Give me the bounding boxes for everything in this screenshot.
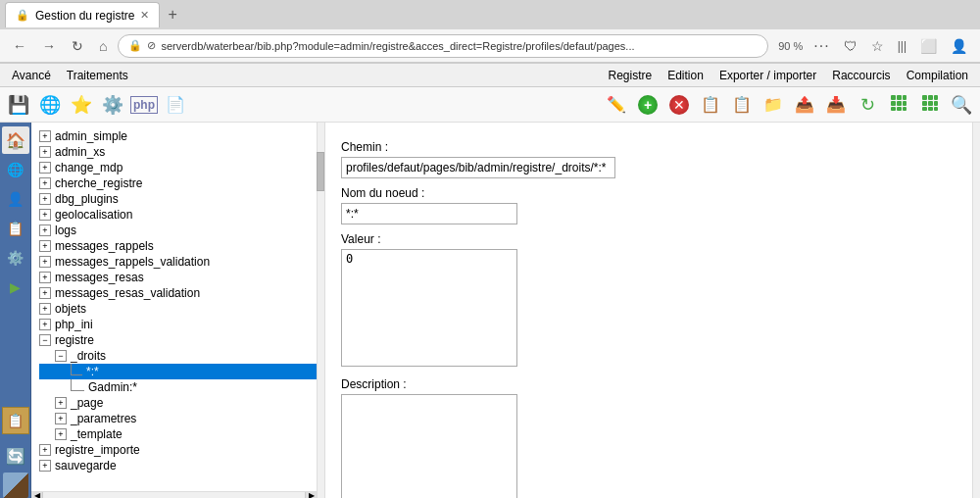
tree-scroll-thumb[interactable]	[317, 152, 324, 191]
tree-item[interactable]: −registre	[39, 332, 324, 348]
toolbar-folder-button[interactable]: 📁	[759, 91, 788, 119]
tree-item[interactable]: +php_ini	[39, 317, 324, 332]
new-tab-button[interactable]: +	[162, 4, 182, 25]
tree-item[interactable]: +messages_resas_validation	[39, 285, 324, 301]
menu-registre[interactable]: Registre	[601, 67, 661, 84]
back-button[interactable]: ←	[8, 36, 31, 56]
hscroll-left-button[interactable]: ◀	[31, 492, 43, 499]
forward-button[interactable]: →	[37, 36, 61, 56]
description-textarea[interactable]	[341, 394, 517, 498]
tree-item[interactable]: +objets	[39, 301, 324, 317]
tree-item[interactable]: +_page	[39, 395, 324, 411]
toolbar-pencil-button[interactable]: ✏️	[602, 91, 631, 119]
sidebar-icon-globe[interactable]: 🌐	[2, 156, 29, 183]
tab-close-button[interactable]: ✕	[140, 9, 149, 22]
tree-expand-icon[interactable]: +	[55, 397, 67, 409]
tree-item[interactable]: +dbg_plugins	[39, 191, 324, 207]
tree-expand-icon[interactable]: +	[39, 303, 51, 315]
tree-hscroll[interactable]: ◀ ▶	[31, 491, 317, 498]
tree-item[interactable]: +messages_rappels	[39, 238, 324, 254]
tree-collapse-icon[interactable]: −	[55, 350, 67, 362]
tree-expand-icon[interactable]: +	[39, 224, 51, 236]
menu-avance[interactable]: Avancé	[4, 67, 59, 84]
tree-expand-icon[interactable]: +	[39, 272, 51, 283]
toolbar-export2-button[interactable]: 📥	[821, 91, 851, 119]
toolbar-add-button[interactable]: +	[633, 91, 662, 119]
toolbar-refresh-button[interactable]: ↻	[853, 91, 882, 119]
tree-item[interactable]: +_template	[39, 426, 324, 442]
menu-compilation[interactable]: Compilation	[899, 67, 976, 84]
toolbar-save-button[interactable]: 💾	[4, 91, 33, 119]
shield-button[interactable]: 🛡	[839, 36, 862, 56]
tree-item[interactable]: +admin_simple	[39, 128, 324, 144]
more-button[interactable]: ···	[808, 35, 834, 57]
tree-item[interactable]: +cherche_registre	[39, 175, 324, 191]
address-bar[interactable]: 🔒 ⊘ serverdb/waterbear/bib.php?module=ad…	[118, 34, 768, 58]
tree-collapse-icon[interactable]: −	[39, 334, 51, 346]
tree-item[interactable]: −_droits	[39, 348, 324, 364]
sidebar-icon-home[interactable]: 🏠	[2, 126, 29, 154]
tree-expand-icon[interactable]: +	[39, 460, 51, 472]
tree-expand-icon[interactable]: +	[39, 240, 51, 252]
tree-item[interactable]: +messages_resas	[39, 270, 324, 285]
browser-tab[interactable]: 🔒 Gestion du registre ✕	[5, 2, 160, 27]
tree-expand-icon[interactable]: +	[39, 146, 51, 158]
toolbar-copy2-button[interactable]: 📋	[727, 91, 757, 119]
tree-scrollbar[interactable]	[317, 123, 324, 498]
tree-item[interactable]: +geolocalisation	[39, 207, 324, 223]
tree-item[interactable]: +messages_rappels_validation	[39, 254, 324, 270]
toolbar-star-button[interactable]: ⭐	[67, 91, 96, 119]
tree-item[interactable]: +change_mdp	[39, 160, 324, 175]
toolbar-search-button[interactable]: 🔍	[947, 91, 976, 119]
tree-item[interactable]: +logs	[39, 223, 324, 238]
toolbar-delete-button[interactable]: ✕	[664, 91, 694, 119]
menu-traitements[interactable]: Traitements	[59, 67, 136, 84]
toolbar-grid1-button[interactable]	[884, 91, 913, 119]
tree-expand-icon[interactable]: +	[39, 130, 51, 142]
nom-noeud-input[interactable]	[341, 203, 517, 224]
sidebar-icon-doc[interactable]: 📋	[2, 215, 29, 242]
toolbar-php-button[interactable]: php	[129, 91, 159, 119]
tree-item[interactable]: +sauvegarde	[39, 458, 324, 473]
sidebar-icon-bottom[interactable]	[2, 472, 29, 498]
reader-view-button[interactable]: |||	[893, 37, 911, 55]
home-button[interactable]: ⌂	[94, 36, 112, 56]
toolbar-grid2-button[interactable]	[915, 91, 945, 119]
chemin-input[interactable]	[341, 157, 615, 178]
toolbar-globe-button[interactable]: 🌐	[35, 91, 65, 119]
toolbar-copy1-button[interactable]: 📋	[696, 91, 725, 119]
tree-expand-icon[interactable]: +	[55, 413, 67, 424]
toolbar-export1-button[interactable]: 📤	[790, 91, 819, 119]
tree-expand-icon[interactable]: +	[39, 319, 51, 330]
tree-expand-icon[interactable]: +	[55, 428, 67, 440]
sidebar-icon-registry[interactable]: 📋	[2, 407, 29, 434]
toolbar-copy-button[interactable]: 📄	[161, 91, 190, 119]
menu-raccourcis[interactable]: Raccourcis	[824, 67, 898, 84]
tree-expand-icon[interactable]: +	[39, 209, 51, 221]
hscroll-right-button[interactable]: ▶	[305, 492, 317, 499]
valeur-textarea[interactable]	[341, 249, 517, 367]
reload-button[interactable]: ↻	[67, 36, 88, 56]
right-panel-scrollbar[interactable]	[972, 123, 980, 498]
tree-item[interactable]: Gadmin:*	[39, 379, 324, 395]
sidebar-icon-plugin[interactable]: ▶	[2, 274, 29, 301]
tree-expand-icon[interactable]: +	[39, 287, 51, 299]
sidebar-icon-user[interactable]: 👤	[2, 185, 29, 213]
tree-expand-icon[interactable]: +	[39, 256, 51, 268]
sidebar-icon-gear[interactable]: ⚙️	[2, 244, 29, 272]
tree-panel[interactable]: +admin_simple+admin_xs+change_mdp+cherch…	[31, 123, 325, 498]
split-button[interactable]: ⬜	[915, 36, 942, 56]
tree-item[interactable]: *:*	[39, 364, 324, 379]
tree-item[interactable]: +registre_importe	[39, 442, 324, 458]
toolbar-gear-button[interactable]: ⚙️	[98, 91, 127, 119]
hscroll-track[interactable]	[43, 492, 305, 498]
bookmark-button[interactable]: ☆	[866, 36, 889, 56]
profile-button[interactable]: 👤	[946, 36, 972, 56]
tree-item[interactable]: +admin_xs	[39, 144, 324, 160]
tree-expand-icon[interactable]: +	[39, 177, 51, 189]
tree-expand-icon[interactable]: +	[39, 162, 51, 174]
menu-exporter[interactable]: Exporter / importer	[711, 67, 824, 84]
sidebar-icon-refresh[interactable]: 🔄	[2, 442, 29, 470]
tree-item[interactable]: +_parametres	[39, 411, 324, 426]
tree-expand-icon[interactable]: +	[39, 444, 51, 456]
